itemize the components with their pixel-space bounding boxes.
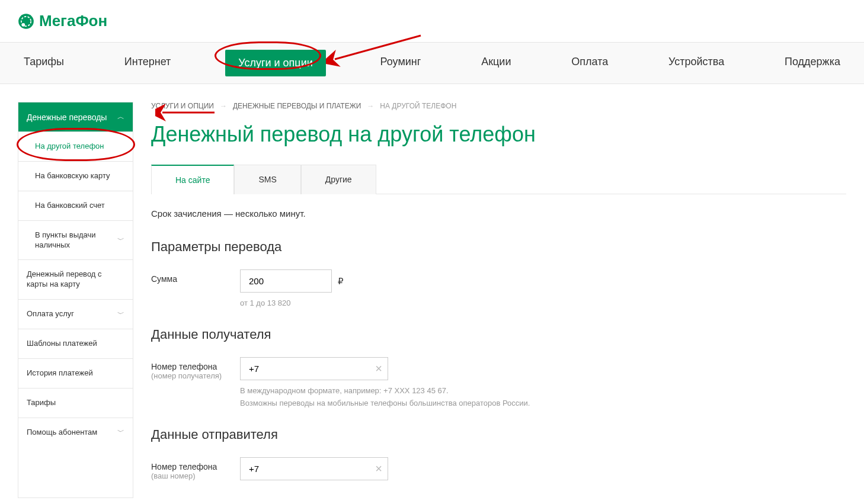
nav-item-tariffs[interactable]: Тарифы (18, 43, 70, 84)
tab-other[interactable]: Другие (301, 165, 376, 194)
amount-input[interactable] (240, 269, 332, 293)
sidebar-item-pay-services[interactable]: Оплата услуг﹀ (18, 299, 133, 329)
sidebar-item-help[interactable]: Помощь абонентам﹀ (18, 418, 133, 447)
info-text: Срок зачисления — несколько минут. (151, 208, 846, 219)
sidebar-item-to-card[interactable]: На банковскую карту (18, 161, 133, 191)
section-title-recipient: Данные получателя (151, 327, 846, 342)
nav-item-payment[interactable]: Оплата (565, 43, 614, 84)
logo-icon (18, 13, 34, 30)
main-nav: Тарифы Интернет Услуги и опции Роуминг А… (0, 43, 864, 84)
recipient-hint2: Возможны переводы на мобильные телефоны … (240, 397, 846, 409)
sidebar-header[interactable]: Денежные переводы ︿ (18, 102, 133, 131)
sidebar-item-label: На другой телефон (35, 142, 104, 152)
amount-label: Сумма (151, 269, 240, 284)
label-hint: (номер получателя) (151, 371, 240, 380)
sidebar-item-templates[interactable]: Шаблоны платежей (18, 329, 133, 358)
sender-phone-label: Номер телефона (ваш номер) (151, 457, 240, 480)
nav-item-support[interactable]: Поддержка (779, 43, 846, 84)
currency-label: ₽ (338, 276, 344, 287)
chevron-down-icon: ﹀ (117, 428, 124, 437)
chevron-down-icon: ﹀ (117, 310, 124, 319)
header: МегаФон (0, 0, 864, 43)
nav-item-services[interactable]: Услуги и опции (225, 50, 326, 76)
chevron-down-icon: ﹀ (117, 236, 124, 245)
sidebar-header-label: Денежные переводы (27, 113, 107, 122)
chevron-up-icon: ︿ (117, 112, 124, 122)
sidebar-item-label: Денежный перевод с карты на карту (27, 269, 124, 290)
nav-item-roaming[interactable]: Роуминг (375, 43, 427, 84)
sidebar-item-label: История платежей (27, 368, 93, 378)
recipient-hint1: В международном формате, например: +7 XX… (240, 385, 846, 397)
recipient-phone-input[interactable] (240, 357, 388, 380)
breadcrumb-link[interactable]: ДЕНЕЖНЫЕ ПЕРЕВОДЫ И ПЛАТЕЖИ (233, 102, 361, 110)
sidebar-item-label: Шаблоны платежей (27, 339, 97, 349)
sidebar-item-label: Тарифы (27, 398, 56, 408)
main-content: УСЛУГИ И ОПЦИИ → ДЕНЕЖНЫЕ ПЕРЕВОДЫ И ПЛА… (151, 102, 846, 498)
tab-sms[interactable]: SMS (234, 165, 300, 194)
nav-item-internet[interactable]: Интернет (119, 43, 177, 84)
sidebar-item-history[interactable]: История платежей (18, 358, 133, 388)
breadcrumb-sep-icon: → (220, 102, 227, 110)
sidebar-item-card-to-card[interactable]: Денежный перевод с карты на карту (18, 259, 133, 299)
label-text: Номер телефона (151, 362, 217, 371)
svg-point-2 (21, 23, 25, 26)
sender-phone-input[interactable] (240, 457, 388, 480)
sidebar-item-cash-points[interactable]: В пункты выдачи наличных﹀ (18, 220, 133, 260)
brand-name: МегаФон (39, 12, 107, 30)
logo[interactable]: МегаФон (18, 12, 846, 30)
sidebar-item-label: На банковский счет (35, 201, 105, 211)
tabs: На сайте SMS Другие (151, 165, 846, 194)
sidebar: Денежные переводы ︿ На другой телефон На… (18, 102, 133, 498)
sidebar-item-label: Помощь абонентам (27, 428, 97, 438)
sidebar-item-tariffs[interactable]: Тарифы (18, 388, 133, 418)
label-hint: (ваш номер) (151, 471, 240, 480)
breadcrumb: УСЛУГИ И ОПЦИИ → ДЕНЕЖНЫЕ ПЕРЕВОДЫ И ПЛА… (151, 102, 846, 110)
clear-icon[interactable]: × (375, 362, 382, 375)
section-title-sender: Данные отправителя (151, 427, 846, 442)
sidebar-item-label: В пункты выдачи наличных (35, 230, 117, 251)
sidebar-item-label: Оплата услуг (27, 309, 74, 319)
section-title-params: Параметры перевода (151, 239, 846, 255)
recipient-phone-label: Номер телефона (номер получателя) (151, 357, 240, 380)
tab-onsite[interactable]: На сайте (151, 165, 234, 194)
page-title: Денежный перевод на другой телефон (151, 122, 846, 147)
nav-item-promo[interactable]: Акции (475, 43, 517, 84)
breadcrumb-sep-icon: → (367, 102, 374, 110)
breadcrumb-current: НА ДРУГОЙ ТЕЛЕФОН (380, 102, 456, 110)
breadcrumb-link[interactable]: УСЛУГИ И ОПЦИИ (151, 102, 214, 110)
amount-hint: от 1 до 13 820 (240, 297, 846, 309)
sidebar-item-label: На банковскую карту (35, 171, 110, 181)
sidebar-item-to-phone[interactable]: На другой телефон (18, 131, 133, 161)
sidebar-item-to-account[interactable]: На банковский счет (18, 191, 133, 220)
clear-icon[interactable]: × (375, 462, 382, 476)
label-text: Номер телефона (151, 462, 217, 471)
nav-item-devices[interactable]: Устройства (663, 43, 730, 84)
